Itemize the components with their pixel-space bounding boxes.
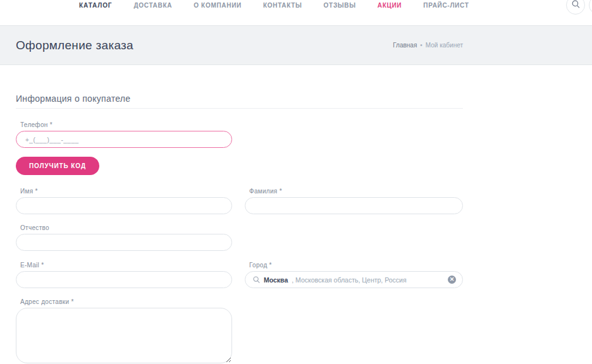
address-label: Адрес доставки * (20, 298, 74, 305)
address-textarea[interactable] (16, 308, 232, 363)
section-divider (16, 108, 463, 109)
page-title: Оформление заказа (16, 39, 133, 52)
phone-label: Телефон * (20, 121, 52, 128)
get-code-button[interactable]: ПОЛУЧИТЬ КОД (16, 157, 99, 175)
search-icon (572, 0, 580, 11)
phone-input[interactable] (16, 131, 232, 148)
nav-item-contacts[interactable]: КОНТАКТЫ (263, 2, 302, 9)
cart-button[interactable] (589, 0, 592, 15)
breadcrumb-current: Мой кабинет (426, 42, 463, 49)
checkout-form: Информация о покупателе Телефон * ПОЛУЧИ… (0, 66, 592, 364)
search-button[interactable] (566, 0, 585, 15)
city-input[interactable]: Москва , Московская область, Центр, Росс… (245, 271, 463, 288)
nav-item-catalog[interactable]: КАТАЛОГ (79, 2, 112, 9)
page-header-band: Оформление заказа Главная • Мой кабинет (0, 25, 592, 65)
section-title-buyer-info: Информация о покупателе (16, 94, 130, 104)
city-clear-icon[interactable]: ✕ (448, 276, 456, 284)
city-value-rest: , Московская область, Центр, Россия (292, 276, 444, 284)
city-search-icon (253, 276, 260, 283)
first-name-label: Имя * (20, 188, 38, 195)
nav-item-about[interactable]: О КОМПАНИИ (194, 2, 242, 9)
nav-menu: КАТАЛОГ ДОСТАВКА О КОМПАНИИ КОНТАКТЫ ОТЗ… (79, 0, 469, 15)
page: КАТАЛОГ ДОСТАВКА О КОМПАНИИ КОНТАКТЫ ОТЗ… (0, 0, 592, 364)
middle-name-label: Отчество (20, 224, 49, 231)
email-label: E-Mail * (20, 262, 44, 269)
middle-name-input[interactable] (16, 234, 232, 251)
top-nav: КАТАЛОГ ДОСТАВКА О КОМПАНИИ КОНТАКТЫ ОТЗ… (0, 0, 592, 25)
nav-item-reviews[interactable]: ОТЗЫВЫ (324, 2, 356, 9)
breadcrumb-separator: • (420, 42, 422, 49)
nav-item-promos[interactable]: АКЦИИ (378, 2, 402, 9)
email-input[interactable] (16, 271, 232, 288)
nav-item-delivery[interactable]: ДОСТАВКА (133, 2, 172, 9)
breadcrumb: Главная • Мой кабинет (393, 42, 463, 49)
last-name-input[interactable] (245, 197, 463, 214)
city-label: Город * (249, 262, 272, 269)
nav-item-pricelist[interactable]: ПРАЙС-ЛИСТ (423, 2, 469, 9)
breadcrumb-home[interactable]: Главная (393, 42, 417, 49)
first-name-input[interactable] (16, 197, 232, 214)
last-name-label: Фамилия * (249, 188, 282, 195)
city-value-main: Москва (264, 276, 288, 284)
